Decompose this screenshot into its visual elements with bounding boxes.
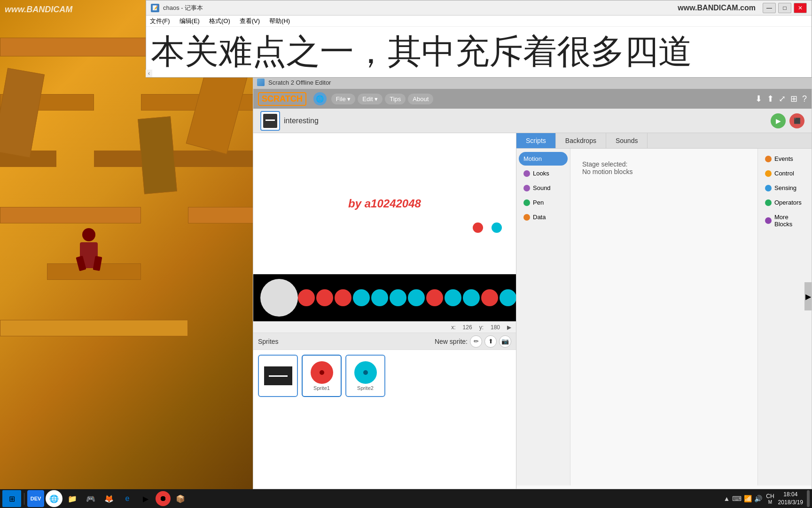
backdrops-tab[interactable]: Backdrops — [556, 133, 606, 148]
expand-icon[interactable]: ▶ — [507, 324, 511, 331]
sound-category[interactable]: Sound — [519, 181, 568, 195]
scratch-editor: Scratch 2 Offline Editor SCRATCH 🌐 File … — [253, 75, 812, 489]
stage-sprite-card[interactable] — [258, 355, 298, 397]
more-blocks-color — [765, 217, 772, 224]
control-label: Control — [774, 170, 794, 177]
taskbar-date: 2018/3/19 — [778, 499, 803, 507]
layout-icon[interactable]: ⊞ — [790, 94, 797, 104]
dot-cyan-6 — [463, 289, 480, 306]
paint-sprite-btn[interactable]: ✏ — [470, 335, 482, 348]
show-desktop-btn[interactable] — [807, 490, 810, 507]
dot-cyan-1 — [353, 289, 370, 306]
stage-canvas: by a10242048 — [253, 133, 516, 321]
stage-selected-subtitle: No motion blocks — [582, 168, 746, 175]
taskbar-explorer[interactable]: 📁 — [64, 490, 81, 507]
events-category[interactable]: Events — [760, 152, 809, 166]
pen-category[interactable]: Pen — [519, 196, 568, 209]
taskbar-app7[interactable]: ▶ — [137, 490, 154, 507]
taskbar-time: 18:04 — [778, 491, 803, 499]
help-icon[interactable]: ? — [802, 94, 807, 104]
sprites-header-label: Sprites — [258, 338, 279, 345]
globe-icon[interactable]: 🌐 — [313, 92, 327, 105]
taskbar-app4[interactable]: 🎮 — [82, 490, 99, 507]
taskbar-chrome[interactable]: 🌐 — [46, 490, 62, 507]
stop-button[interactable] — [789, 113, 804, 128]
events-color — [765, 156, 772, 162]
scroll-right-arrow[interactable]: ▶ — [804, 282, 812, 310]
sprite-name: interesting — [284, 117, 767, 125]
sprite2-card[interactable]: Sprite2 — [345, 355, 385, 397]
control-color — [765, 170, 772, 177]
taskbar-network-icon: ▲ — [723, 495, 730, 502]
taskbar-separator-1 — [24, 493, 24, 505]
taskbar-devtools[interactable]: DEV — [27, 490, 44, 507]
looks-category[interactable]: Looks — [519, 167, 568, 180]
taskbar-app5[interactable]: 🦊 — [101, 490, 117, 507]
motion-category[interactable]: Motion — [519, 152, 568, 166]
motion-label: Motion — [523, 155, 542, 162]
sensing-category[interactable]: Sensing — [760, 181, 809, 195]
upload-icon[interactable]: ⬆ — [767, 94, 774, 104]
file-menu[interactable]: File ▾ — [331, 94, 356, 104]
scripts-tab[interactable]: Scripts — [516, 133, 556, 148]
looks-color — [523, 170, 530, 177]
notepad-help-menu[interactable]: 帮助(H) — [269, 17, 290, 25]
data-category[interactable]: Data — [519, 210, 568, 224]
dot-red-3 — [335, 289, 351, 306]
download-icon[interactable]: ⬇ — [755, 94, 762, 104]
bandicam-url: www.BANDICAM.com — [678, 4, 756, 12]
close-button[interactable]: ✕ — [794, 3, 807, 13]
edit-menu[interactable]: Edit ▾ — [358, 94, 383, 104]
x-coord-label: x: — [451, 324, 455, 331]
notepad-view-menu[interactable]: 查看(V) — [240, 17, 260, 25]
dot-cyan-5 — [445, 289, 461, 306]
scroll-back[interactable]: ‹ — [146, 70, 152, 77]
events-label: Events — [774, 155, 793, 162]
taskbar-scratch[interactable]: 📦 — [172, 490, 189, 507]
control-category[interactable]: Control — [760, 167, 809, 180]
tips-menu[interactable]: Tips — [385, 94, 406, 104]
taskbar-lang: CH — [766, 493, 774, 500]
start-button[interactable]: ⊞ — [2, 490, 21, 507]
cyan-sprite-small — [492, 222, 502, 233]
taskbar-app8[interactable]: ⏺ — [156, 491, 171, 506]
more-blocks-label: More Blocks — [774, 214, 804, 228]
operators-color — [765, 199, 772, 206]
sprite2-label: Sprite2 — [357, 385, 374, 391]
notepad-format-menu[interactable]: 格式(O) — [209, 17, 230, 25]
notepad-title: chaos - 记事本 — [163, 4, 678, 12]
green-flag-button[interactable] — [771, 113, 786, 128]
taskbar-edge[interactable]: e — [119, 490, 136, 507]
fullscreen-icon[interactable]: ⤢ — [779, 94, 786, 104]
about-menu[interactable]: About — [408, 94, 433, 104]
dot-red-5 — [481, 289, 498, 306]
dot-cyan-4 — [408, 289, 425, 306]
sprite1-label: Sprite1 — [313, 385, 330, 391]
notepad-file-menu[interactable]: 文件(F) — [150, 17, 170, 25]
maximize-button[interactable]: □ — [778, 3, 791, 13]
notepad-edit-menu[interactable]: 编辑(E) — [180, 17, 200, 25]
dot-cyan-3 — [390, 289, 406, 306]
more-blocks-category[interactable]: More Blocks — [760, 210, 809, 231]
red-sprite-small — [473, 222, 483, 233]
stage-text: by a10242048 — [348, 197, 421, 210]
camera-sprite-btn[interactable]: 📷 — [499, 335, 511, 348]
taskbar-wifi-icon: 📶 — [744, 495, 752, 502]
sound-color — [523, 185, 530, 191]
pen-color — [523, 199, 530, 206]
upload-sprite-btn[interactable]: ⬆ — [484, 335, 497, 348]
y-coord-value: 180 — [491, 324, 500, 331]
minimize-button[interactable]: — — [763, 3, 776, 13]
operators-label: Operators — [774, 199, 802, 206]
sprite1-card[interactable]: Sprite1 — [302, 355, 342, 397]
operators-category[interactable]: Operators — [760, 196, 809, 209]
notepad-icon: 📝 — [151, 4, 159, 12]
taskbar: ⊞ DEV 🌐 📁 🎮 🦊 e ▶ ⏺ 📦 ▲ ⌨ 📶 🔊 CH M 18:04… — [0, 489, 812, 508]
taskbar-keyboard-icon: ⌨ — [732, 495, 742, 502]
sounds-tab[interactable]: Sounds — [606, 133, 648, 148]
stage-black-bar — [253, 274, 516, 321]
notepad-content: 本关难点之一，其中充斥着很多四道 — [146, 27, 812, 77]
dot-red-1 — [298, 289, 315, 306]
sprite-thumbnail — [260, 111, 280, 131]
game-character — [75, 235, 103, 273]
